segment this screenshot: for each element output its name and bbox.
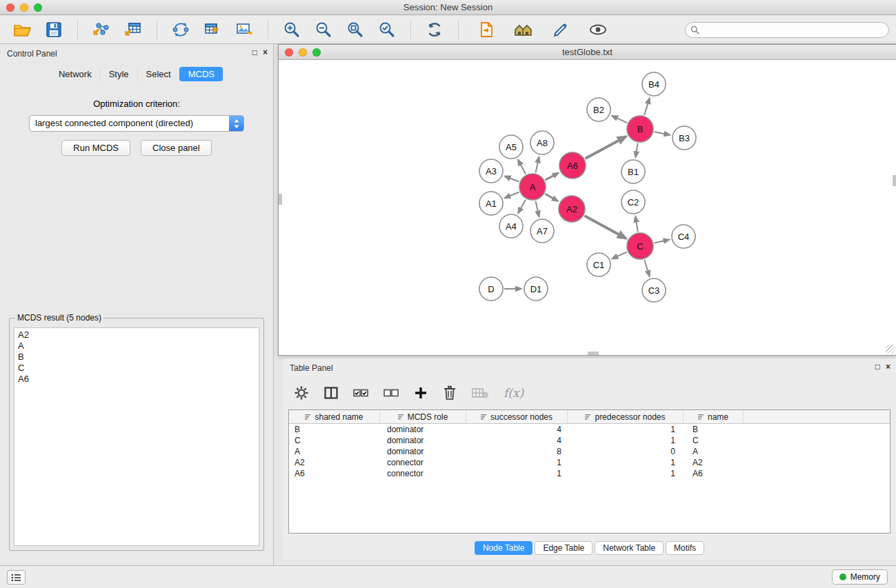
table-settings-button[interactable] xyxy=(294,383,309,403)
close-panel-button[interactable]: Close panel xyxy=(141,140,212,156)
zoom-fit-button[interactable] xyxy=(341,17,369,42)
table-row[interactable]: Bdominator41B xyxy=(289,424,890,435)
close-window-button[interactable] xyxy=(6,3,14,12)
tab-edge-table[interactable]: Edge Table xyxy=(535,541,593,555)
validate-style-button[interactable] xyxy=(547,17,575,42)
search-box[interactable] xyxy=(685,22,889,38)
mcds-result-list[interactable]: A2ABCA6 xyxy=(14,327,259,546)
network-close-button[interactable] xyxy=(285,48,293,57)
graph-node-A1[interactable]: A1 xyxy=(479,192,503,215)
dropdown-stepper-icon[interactable] xyxy=(229,116,243,131)
resize-grip-icon[interactable] xyxy=(886,345,895,354)
network-minimize-button[interactable] xyxy=(299,48,307,57)
mcds-result-item[interactable]: B xyxy=(18,352,255,363)
close-table-panel-icon[interactable]: × xyxy=(886,363,890,371)
import-table-file-button[interactable] xyxy=(119,17,147,42)
graph-node-D1[interactable]: D1 xyxy=(524,277,548,301)
mcds-result-item[interactable]: A2 xyxy=(18,330,255,341)
graph-edge-A-A6[interactable] xyxy=(546,173,559,180)
graph-node-A2[interactable]: A2 xyxy=(559,196,585,222)
import-network-file-button[interactable] xyxy=(88,17,115,42)
table-row[interactable]: Adominator80A xyxy=(289,446,890,457)
graph-node-A5[interactable]: A5 xyxy=(499,135,523,159)
import-annotation-button[interactable] xyxy=(472,17,500,42)
graph-edge-B-B4[interactable] xyxy=(644,98,650,115)
new-table-button[interactable] xyxy=(199,17,226,42)
graph-edge-C-C4[interactable] xyxy=(655,240,670,243)
search-input[interactable] xyxy=(702,24,888,37)
tab-mcds[interactable]: MCDS xyxy=(179,67,223,81)
zoom-out-button[interactable] xyxy=(310,17,337,42)
graph-node-C2[interactable]: C2 xyxy=(621,190,645,214)
apply-layout-button[interactable] xyxy=(421,17,448,42)
float-panel-icon[interactable]: □ xyxy=(252,48,257,57)
function-builder-button[interactable]: f(x) xyxy=(504,383,524,403)
graph-edge-C-C3[interactable] xyxy=(644,260,649,276)
graph-edge-A-A1[interactable] xyxy=(505,192,519,198)
tab-motifs[interactable]: Motifs xyxy=(666,541,704,555)
pane-grip-right[interactable] xyxy=(893,175,896,186)
graph-node-B2[interactable]: B2 xyxy=(587,98,610,121)
graph-node-A3[interactable]: A3 xyxy=(479,159,503,183)
export-image-button[interactable] xyxy=(230,17,258,42)
graph-node-C1[interactable]: C1 xyxy=(587,253,610,276)
graph-edge-A-A2[interactable] xyxy=(545,194,558,201)
pane-grip-bottom[interactable] xyxy=(588,352,599,355)
column-header-shared-name[interactable]: shared name xyxy=(289,410,380,423)
zoom-in-button[interactable] xyxy=(278,17,306,42)
graph-edge-A-A3[interactable] xyxy=(505,176,519,182)
select-all-columns-button[interactable] xyxy=(353,383,368,403)
new-network-button[interactable] xyxy=(167,17,195,42)
column-header-name[interactable]: name xyxy=(684,410,744,423)
table-row[interactable]: A6connector11A6 xyxy=(289,468,890,479)
tab-select[interactable]: Select xyxy=(137,67,179,81)
graph-node-A[interactable]: A xyxy=(519,174,546,200)
graph-edge-B-B2[interactable] xyxy=(612,116,627,123)
unselect-all-columns-button[interactable] xyxy=(384,383,399,403)
minimize-window-button[interactable] xyxy=(20,3,28,12)
show-columns-button[interactable] xyxy=(324,383,338,403)
zoom-window-button[interactable] xyxy=(34,3,42,12)
mcds-result-item[interactable]: C xyxy=(18,363,255,374)
close-panel-icon[interactable]: × xyxy=(263,48,268,57)
graph-node-C3[interactable]: C3 xyxy=(642,278,666,302)
mcds-result-item[interactable]: A6 xyxy=(18,374,255,385)
ui-settings-button[interactable] xyxy=(7,570,26,585)
open-session-button[interactable] xyxy=(8,17,36,42)
graph-node-A4[interactable]: A4 xyxy=(499,214,523,238)
tab-network[interactable]: Network xyxy=(50,67,100,81)
table-row[interactable]: A2connector11A2 xyxy=(289,457,890,468)
graph-node-C4[interactable]: C4 xyxy=(672,225,695,248)
graphics-details-button[interactable] xyxy=(584,17,612,42)
graph-edge-B-B3[interactable] xyxy=(655,132,670,135)
graph-edge-A-A7[interactable] xyxy=(536,201,539,217)
graph-node-A6[interactable]: A6 xyxy=(559,152,586,179)
graph-edge-A-A4[interactable] xyxy=(518,199,526,213)
graph-edge-A-A5[interactable] xyxy=(518,160,526,174)
graph-edge-B-B1[interactable] xyxy=(635,143,637,158)
delete-table-button[interactable] xyxy=(472,383,488,403)
optimization-criterion-dropdown[interactable]: largest connected component (directed) xyxy=(29,115,244,132)
graph-node-B[interactable]: B xyxy=(627,116,653,142)
tab-node-table[interactable]: Node Table xyxy=(475,541,533,555)
graph-node-B1[interactable]: B1 xyxy=(621,160,645,183)
graph-node-B4[interactable]: B4 xyxy=(642,72,666,96)
graph-node-A8[interactable]: A8 xyxy=(530,131,554,154)
table-row[interactable]: Cdominator41C xyxy=(289,435,890,446)
run-mcds-button[interactable]: Run MCDS xyxy=(61,140,130,156)
graph-edge-C-C2[interactable] xyxy=(635,216,638,232)
graph-edge-A2-C[interactable] xyxy=(584,216,626,239)
pane-grip-left[interactable] xyxy=(279,194,282,205)
graph-edge-A6-B[interactable] xyxy=(586,136,626,159)
network-canvas[interactable]: B4B2BB3A5A8A6B1A3AC2A1A2A4A7C4CC1C3DD1 xyxy=(279,61,896,355)
delete-column-button[interactable] xyxy=(443,383,457,403)
graph-node-B3[interactable]: B3 xyxy=(673,126,696,150)
column-header-mcds-role[interactable]: MCDS role xyxy=(380,410,466,423)
float-table-panel-icon[interactable]: □ xyxy=(875,363,880,371)
network-overview-button[interactable] xyxy=(510,17,537,42)
zoom-selected-button[interactable] xyxy=(373,17,401,42)
create-column-button[interactable] xyxy=(414,383,428,403)
graph-edge-C-C1[interactable] xyxy=(612,252,627,259)
mcds-result-item[interactable]: A xyxy=(18,341,255,352)
tab-style[interactable]: Style xyxy=(100,67,137,81)
